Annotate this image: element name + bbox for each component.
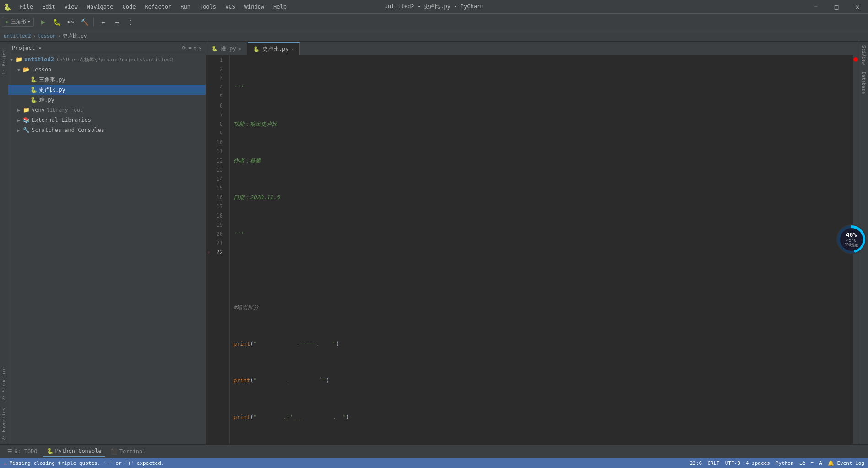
run-coverage-button[interactable]: ▶% <box>64 16 77 28</box>
linenum-16: 16 <box>212 193 226 202</box>
breadcrumb-lesson[interactable]: lesson <box>38 33 56 39</box>
menu-run[interactable]: Run <box>176 0 195 14</box>
project-settings-icon[interactable]: ⚙ <box>194 45 197 51</box>
charset[interactable]: UTF-8 <box>725 460 740 466</box>
status-bar: ⚠ Missing closing triple quotes. ';' or … <box>0 458 868 468</box>
tree-shilubi[interactable]: ▶ 🐍 史卢比.py <box>8 85 206 95</box>
database-tab[interactable]: Database <box>860 68 867 98</box>
tree-sanjiaoxing[interactable]: ▶ 🐍 三角形.py <box>8 75 206 85</box>
project-sync-icon[interactable]: ⟳ <box>182 45 186 51</box>
root-folder-icon: 📁 <box>16 56 22 63</box>
tree-scratches[interactable]: ▶ 🔧 Scratches and Consoles <box>8 125 206 135</box>
python-console-icon: 🐍 <box>47 448 54 454</box>
editor-area: 🐍 难.py ✕ 🐍 史卢比.py ✕ <box>206 42 859 444</box>
lesson-folder-icon: 📂 <box>23 66 30 73</box>
event-log[interactable]: 🔔 Event Log <box>828 460 864 466</box>
tab-nan-label: 难.py <box>221 45 236 53</box>
menu-view[interactable]: View <box>60 0 82 14</box>
tab-todo[interactable]: ☰ 6: TODO <box>4 446 41 457</box>
structure-tab[interactable]: Z: Structure <box>0 364 7 404</box>
menu-file[interactable]: File <box>15 0 38 14</box>
project-tab[interactable]: 1: Project <box>0 44 7 78</box>
menu-code[interactable]: Code <box>118 0 141 14</box>
root-name: untitled2 <box>24 56 54 63</box>
tree-external-libs[interactable]: ▶ 📚 External Libraries <box>8 115 206 125</box>
breadcrumb-sep2: › <box>58 33 61 39</box>
run-button[interactable]: ▶ <box>37 16 49 28</box>
tree-nan[interactable]: ▶ 🐍 难.py <box>8 95 206 105</box>
tab-nan-close[interactable]: ✕ <box>239 46 242 51</box>
indent-icon[interactable]: ≡ <box>811 460 814 466</box>
line-ending[interactable]: CRLF <box>707 460 720 466</box>
back-button[interactable]: ← <box>97 16 109 28</box>
error-icon: ⚠ <box>4 460 7 466</box>
sanjiaoxing-icon: 🐍 <box>30 76 37 83</box>
linenum-18: 18 <box>212 211 226 220</box>
code-line-5: ''' <box>233 229 849 239</box>
menu-window[interactable]: Window <box>240 0 269 14</box>
code-line-9: print(" . `") <box>233 376 849 385</box>
tree-root[interactable]: ▼ 📁 untitled2 C:\Users\杨攀\PycharmProject… <box>8 54 206 65</box>
tab-shilubi-close[interactable]: ✕ <box>291 47 294 52</box>
forward-button[interactable]: → <box>110 16 123 28</box>
tab-python-console[interactable]: 🐍 Python Console <box>43 446 105 457</box>
code-editor[interactable]: ◦ 1 2 3 4 5 6 7 8 9 10 11 12 13 14 15 16… <box>206 55 859 444</box>
tab-nan[interactable]: 🐍 难.py ✕ <box>206 42 248 55</box>
tab-shilubi[interactable]: 🐍 史卢比.py ✕ <box>248 42 300 55</box>
breadcrumb-root[interactable]: untitled2 <box>4 33 31 39</box>
debug-button[interactable]: 🐛 <box>50 16 63 28</box>
menu-tools[interactable]: Tools <box>195 0 221 14</box>
menu-bar: 🐍 File Edit View Navigate Code Refactor … <box>0 0 291 14</box>
bottom-panel: ☰ 6: TODO 🐍 Python Console ⬛ Terminal <box>0 444 868 458</box>
linenum-10: 10 <box>212 138 226 147</box>
status-left: ⚠ Missing closing triple quotes. ';' or … <box>4 460 164 466</box>
more-button[interactable]: ⋮ <box>124 16 137 28</box>
error-message: Missing closing triple quotes. ';' or ')… <box>10 460 164 466</box>
window-title: untitled2 - 史卢比.py - PyCharm <box>385 3 484 11</box>
root-path: C:\Users\杨攀\PycharmProjects\untitled2 <box>57 56 173 63</box>
main-area: 1: Project Z: Structure 2: Favorites Pro… <box>0 42 868 444</box>
scratch-label: Scratches and Consoles <box>32 127 104 133</box>
cpu-percentage: 46% <box>846 231 857 238</box>
menu-help[interactable]: Help <box>269 0 291 14</box>
run-config-selector[interactable]: ▶ 三角形 ▼ <box>2 17 34 27</box>
linenum-22: 22 <box>212 248 226 257</box>
tree-lesson-folder[interactable]: ▼ 📂 lesson <box>8 65 206 75</box>
linenum-3: 3 <box>212 74 226 83</box>
project-collapse-icon[interactable]: ≡ <box>188 45 191 51</box>
linenum-14: 14 <box>212 174 226 184</box>
linenum-17: 17 <box>212 202 226 211</box>
breadcrumb-file[interactable]: 史卢比.py <box>63 33 87 39</box>
code-line-2: 功能：输出史卢比 <box>233 120 849 129</box>
linenum-4: 4 <box>212 83 226 92</box>
code-content[interactable]: ''' 功能：输出史卢比 作者：杨攀 日期：2020.11.5 ''' #输出部… <box>230 55 852 444</box>
linenum-6: 6 <box>212 101 226 110</box>
sanjiaoxing-label: 三角形.py <box>39 76 65 84</box>
python-version[interactable]: Python <box>776 460 794 466</box>
tab-nan-icon: 🐍 <box>212 46 218 52</box>
menu-edit[interactable]: Edit <box>38 0 60 14</box>
indent[interactable]: 4 spaces <box>746 460 770 466</box>
font-icon[interactable]: A <box>819 460 822 466</box>
menu-vcs[interactable]: VCS <box>221 0 240 14</box>
project-close-icon[interactable]: ✕ <box>199 45 202 51</box>
tab-shilubi-label: 史卢比.py <box>262 45 289 53</box>
maximize-button[interactable]: □ <box>826 0 847 14</box>
git-icon[interactable]: ⎇ <box>799 460 805 466</box>
breadcrumb-sep1: › <box>33 33 36 39</box>
sciview-tab[interactable]: SciView <box>860 42 867 68</box>
linenum-2: 2 <box>212 65 226 74</box>
project-title: Project ▾ <box>12 45 180 51</box>
tab-terminal[interactable]: ⬛ Terminal <box>107 446 150 457</box>
menu-navigate[interactable]: Navigate <box>82 0 118 14</box>
linenum-9: 9 <box>212 129 226 138</box>
build-button[interactable]: 🔨 <box>78 16 91 28</box>
tree-venv[interactable]: ▶ 📁 venv library root <box>8 105 206 115</box>
menu-refactor[interactable]: Refactor <box>140 0 176 14</box>
favorites-tab[interactable]: 2: Favorites <box>0 404 7 444</box>
minimize-button[interactable]: ─ <box>805 0 826 14</box>
window-controls: ─ □ ✕ <box>805 0 868 14</box>
linenum-11: 11 <box>212 147 226 156</box>
close-button[interactable]: ✕ <box>847 0 868 14</box>
cursor-position[interactable]: 22:6 <box>690 460 702 466</box>
